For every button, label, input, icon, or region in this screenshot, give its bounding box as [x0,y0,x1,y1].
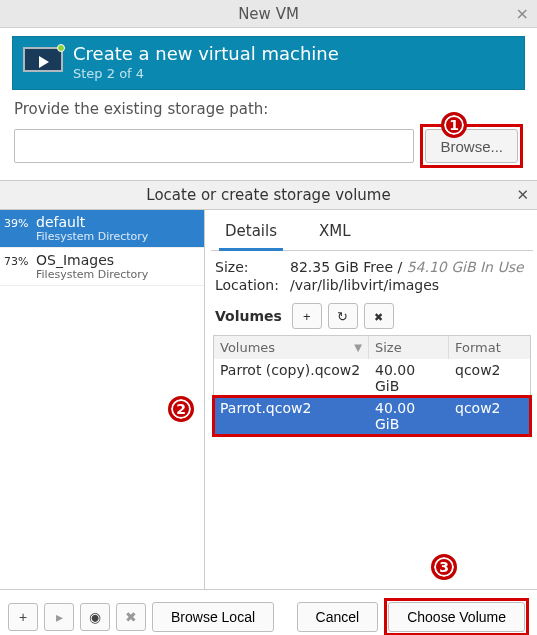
start-pool-button[interactable]: ▸ [44,603,74,631]
size-free: 82.35 GiB Free / [290,259,402,275]
col-volumes[interactable]: Volumes▼ [214,336,369,359]
cell-size: 40.00 GiB [369,397,449,435]
locate-titlebar: Locate or create storage volume ✕ [0,180,537,210]
annotation-badge-3: 3 [431,554,457,580]
col-format[interactable]: Format [449,336,530,359]
delete-icon [374,309,383,324]
table-row[interactable]: Parrot.qcow2 40.00 GiB qcow2 [214,397,530,435]
locate-content: 39% default Filesystem Directory 73% OS_… [0,210,537,590]
tab-details[interactable]: Details [219,218,283,251]
browse-local-button[interactable]: Browse Local [152,602,274,632]
pool-name: OS_Images [36,252,148,268]
volume-table-header: Volumes▼ Size Format [214,336,530,359]
stop-pool-button[interactable]: ◉ [80,603,110,631]
cell-format: qcow2 [449,359,530,397]
wizard-banner: Create a new virtual machine Step 2 of 4 [12,36,525,90]
annotation-badge-1: 1 [441,112,467,138]
volume-table: Volumes▼ Size Format Parrot (copy).qcow2… [213,335,531,436]
newvm-titlebar: New VM × [0,0,537,28]
pool-type: Filesystem Directory [36,230,148,243]
table-row[interactable]: Parrot (copy).qcow2 40.00 GiB qcow2 [214,359,530,397]
choose-volume-button[interactable]: Choose Volume [388,602,525,632]
bottom-toolbar: + ▸ ◉ ✖ Browse Local Cancel Choose Volum… [0,590,537,635]
banner-area: Create a new virtual machine Step 2 of 4… [0,28,537,96]
volumes-label: Volumes [215,308,282,324]
newvm-title: New VM [238,5,299,23]
close-icon[interactable]: × [516,4,529,23]
delete-volume-button[interactable] [364,303,394,329]
refresh-icon [337,309,348,324]
volumes-header: Volumes + [211,301,533,335]
tab-xml[interactable]: XML [313,218,357,250]
close-icon[interactable]: ✕ [516,186,529,204]
storage-path-input[interactable] [14,129,414,163]
refresh-button[interactable] [328,303,358,329]
stop-icon: ◉ [89,609,101,625]
size-used: 54.10 GiB In Use [407,259,524,275]
size-label: Size: [215,259,290,275]
add-volume-button[interactable]: + [292,303,322,329]
cancel-button[interactable]: Cancel [297,602,379,632]
plus-icon: + [19,609,27,625]
location-label: Location: [215,277,290,293]
pool-usage: 39% [4,214,36,230]
banner-title: Create a new virtual machine [73,43,339,64]
cell-format: qcow2 [449,397,530,435]
cell-size: 40.00 GiB [369,359,449,397]
col-size[interactable]: Size [369,336,449,359]
locate-title: Locate or create storage volume [146,186,390,204]
play-icon: ▸ [56,609,63,625]
volume-panel: Details XML Size: 82.35 GiB Free / 54.10… [205,210,537,589]
banner-step: Step 2 of 4 [73,66,339,81]
tabs: Details XML [211,214,533,251]
pool-info: Size: 82.35 GiB Free / 54.10 GiB In Use … [211,251,533,301]
plus-icon: + [303,309,311,324]
pool-item-osimages[interactable]: 73% OS_Images Filesystem Directory [0,248,204,286]
delete-pool-button[interactable]: ✖ [116,603,146,631]
add-pool-button[interactable]: + [8,603,38,631]
pool-item-default[interactable]: 39% default Filesystem Directory [0,210,204,248]
pool-type: Filesystem Directory [36,268,148,281]
monitor-icon [23,47,63,77]
annotation-badge-2: 2 [168,396,194,422]
delete-icon: ✖ [125,609,137,625]
cell-name: Parrot.qcow2 [214,397,369,435]
browse-button[interactable]: Browse... [425,129,518,163]
location-value: /var/lib/libvirt/images [290,277,439,293]
cell-name: Parrot (copy).qcow2 [214,359,369,397]
pool-name: default [36,214,148,230]
pool-usage: 73% [4,252,36,268]
sort-desc-icon: ▼ [354,342,362,353]
